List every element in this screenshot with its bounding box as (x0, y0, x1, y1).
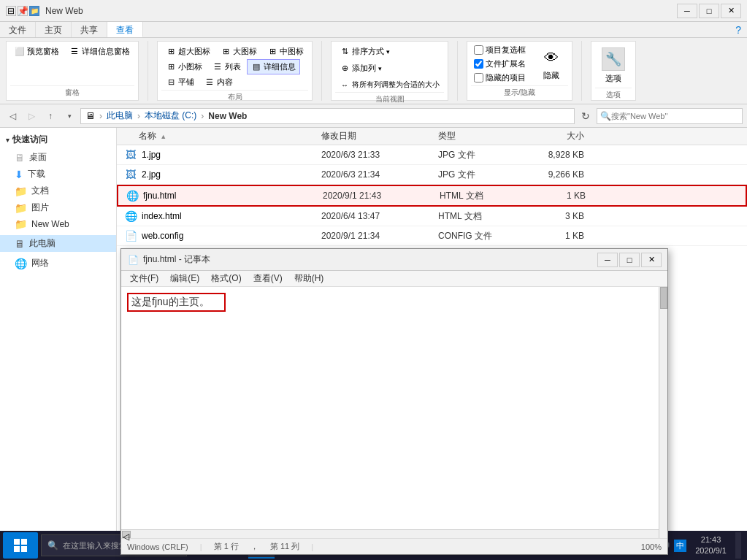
notepad-scrollbar[interactable] (659, 287, 667, 538)
notepad-hscrollbar[interactable]: ◁ (121, 529, 659, 538)
sidebar-item-new-web[interactable]: 📁 New Web (0, 216, 116, 232)
file-name-cell-config: 📄 web.config (117, 229, 321, 242)
content-btn[interactable]: ☰ 内容 (200, 74, 237, 90)
layout-row-1: ⊞ 超大图标 ⊞ 大图标 ⊞ 中图标 (161, 44, 308, 59)
file-ext-check[interactable]: 文件扩展名 (471, 58, 529, 70)
maximize-button[interactable]: □ (699, 4, 719, 18)
sidebar-item-documents[interactable]: 📁 文档 (0, 183, 116, 199)
recent-locations-button[interactable]: ▾ (61, 108, 77, 124)
details-view-btn[interactable]: ▤ 详细信息 (247, 59, 300, 74)
file-size-2: 9,266 KB (526, 169, 599, 180)
file-row-index[interactable]: 🌐 index.html 2020/6/4 13:47 HTML 文档 3 KB (117, 207, 747, 226)
file-date-fjnu: 2020/9/1 21:43 (323, 191, 440, 201)
desktop-icon: 🖥 (15, 152, 25, 164)
tray-ime-cn[interactable]: 中 (674, 540, 686, 552)
divider-1 (148, 41, 148, 101)
file-list-header: 名称 ▲ 修改日期 类型 大小 (117, 128, 747, 145)
large-icon-btn[interactable]: ⊞ 大图标 (216, 44, 261, 59)
sidebar-item-pictures[interactable]: 📁 图片 (0, 199, 116, 216)
layout-group-title: 布局 (161, 90, 308, 102)
tab-share[interactable]: 共享 (72, 22, 107, 37)
path-local-disk[interactable]: 本地磁盘 (C:) (145, 110, 196, 122)
current-view-title: 当前视图 (335, 92, 444, 104)
hidden-items-check[interactable]: 隐藏的项目 (471, 72, 529, 84)
path-this-pc[interactable]: 此电脑 (107, 110, 133, 122)
file-date-config: 2020/9/1 21:34 (321, 231, 438, 241)
search-icon: 🔍 (600, 111, 611, 121)
path-new-web[interactable]: New Web (208, 111, 247, 121)
file-size-1: 8,928 KB (526, 150, 599, 160)
preview-pane-button[interactable]: ⬜ 预览窗格 (10, 44, 64, 59)
list-btn[interactable]: ☰ 列表 (208, 59, 245, 74)
back-button[interactable]: ◁ (4, 108, 20, 124)
search-input[interactable] (611, 112, 739, 120)
options-button[interactable]: 🔧 选项 (595, 44, 632, 88)
file-ext-input[interactable] (474, 59, 483, 69)
notepad-title-text: fjnu.html - 记事本 (143, 253, 597, 266)
forward-button[interactable]: ▷ (23, 108, 39, 124)
small-icon-btn[interactable]: ⊞ 小图标 (161, 59, 207, 74)
sidebar-item-network[interactable]: 🌐 网络 (0, 255, 116, 272)
file-size-config: 1 KB (526, 231, 599, 241)
col-header-name[interactable]: 名称 ▲ (117, 130, 321, 142)
notepad-minimize-button[interactable]: ─ (597, 253, 618, 267)
file-type-2: JPG 文件 (438, 169, 526, 181)
tile-btn[interactable]: ⊟ 平铺 (161, 74, 199, 90)
extra-large-icon-btn[interactable]: ⊞ 超大图标 (161, 44, 215, 59)
file-row-config[interactable]: 📄 web.config 2020/9/1 21:34 CONFIG 文件 1 … (117, 226, 747, 246)
minimize-button[interactable]: ─ (677, 4, 697, 18)
divider-2 (321, 41, 322, 101)
sort-by-btn[interactable]: ⇅ 排序方式 ▾ (335, 44, 394, 59)
quick-access-header[interactable]: ▾ 快速访问 (0, 131, 116, 149)
address-bar: ◁ ▷ ↑ ▾ 🖥 › 此电脑 › 本地磁盘 (C:) › New Web ↻ … (0, 104, 747, 128)
pin-icon[interactable]: 📌 (18, 6, 28, 16)
add-col-btn[interactable]: ⊕ 添加列 ▾ (335, 61, 386, 76)
hidden-items-input[interactable] (474, 73, 483, 83)
show-desktop-button[interactable] (735, 532, 741, 559)
address-path[interactable]: 🖥 › 此电脑 › 本地磁盘 (C:) › New Web (80, 108, 575, 124)
svg-rect-2 (14, 546, 20, 552)
adjust-col-btn[interactable]: ↔ 将所有列调整为合适的大小 (335, 77, 444, 92)
medium-icon-btn[interactable]: ⊞ 中图标 (263, 44, 308, 59)
col-header-size[interactable]: 大小 (526, 130, 599, 142)
tab-view[interactable]: 查看 (107, 22, 143, 37)
taskbar-clock[interactable]: 21:43 2020/9/1 (689, 534, 732, 557)
tab-home[interactable]: 主页 (36, 22, 72, 37)
file-row[interactable]: 🖼 2.jpg 2020/6/3 21:34 JPG 文件 9,266 KB (117, 165, 747, 185)
notepad-menu-format[interactable]: 格式(O) (205, 271, 247, 286)
notepad-window: 📄 fjnu.html - 记事本 ─ □ ✕ 文件(F) 编辑(E) 格式(O… (120, 248, 668, 555)
item-checkbox-input[interactable] (474, 45, 483, 55)
start-button[interactable] (3, 532, 38, 559)
notepad-menu-edit[interactable]: 编辑(E) (164, 271, 205, 286)
file-row-fjnu[interactable]: 🌐 fjnu.html 2020/9/1 21:43 HTML 文档 1 KB (117, 185, 747, 207)
notepad-maximize-button[interactable]: □ (619, 253, 640, 267)
tab-file[interactable]: 文件 (0, 22, 36, 37)
show-hide-title: 显示/隐藏 (471, 85, 568, 98)
notepad-close-button[interactable]: ✕ (641, 253, 662, 267)
details-pane-button[interactable]: ☰ 详细信息窗格 (65, 44, 134, 59)
file-row[interactable]: 🖼 1.jpg 2020/6/3 21:33 JPG 文件 8,928 KB (117, 145, 747, 165)
checkboxes-col: 项目复选框 文件扩展名 隐藏的项目 (471, 44, 529, 85)
col-header-type[interactable]: 类型 (438, 130, 526, 142)
up-button[interactable]: ↑ (42, 108, 58, 124)
close-button[interactable]: ✕ (721, 4, 741, 18)
refresh-button[interactable]: ↻ (578, 108, 594, 124)
svg-rect-1 (21, 539, 27, 545)
notepad-menu-view[interactable]: 查看(V) (248, 271, 288, 286)
help-button[interactable]: ? (729, 22, 747, 37)
item-checkbox-check[interactable]: 项目复选框 (471, 44, 529, 56)
sidebar-item-downloads[interactable]: ⬇ 下载 (0, 166, 116, 183)
col-header-date[interactable]: 修改日期 (321, 130, 438, 142)
network-icon: 🌐 (15, 258, 27, 269)
notepad-menu: 文件(F) 编辑(E) 格式(O) 查看(V) 帮助(H) (121, 271, 667, 287)
hscrollbar-left[interactable]: ◁ (122, 531, 131, 538)
notepad-content-area[interactable]: 这是fjnu的主页。 (121, 287, 667, 538)
sidebar-item-this-pc[interactable]: 🖥 此电脑 (0, 235, 116, 252)
sidebar-item-desktop[interactable]: 🖥 桌面 (0, 149, 116, 166)
scrollbar-thumb[interactable] (660, 287, 667, 309)
quick-access-icon[interactable]: ⊟ (6, 6, 16, 16)
notepad-menu-file[interactable]: 文件(F) (124, 271, 164, 286)
options-icon: 🔧 (602, 47, 625, 71)
hide-button[interactable]: 👁 隐藏 (535, 44, 568, 85)
notepad-menu-help[interactable]: 帮助(H) (288, 271, 330, 286)
